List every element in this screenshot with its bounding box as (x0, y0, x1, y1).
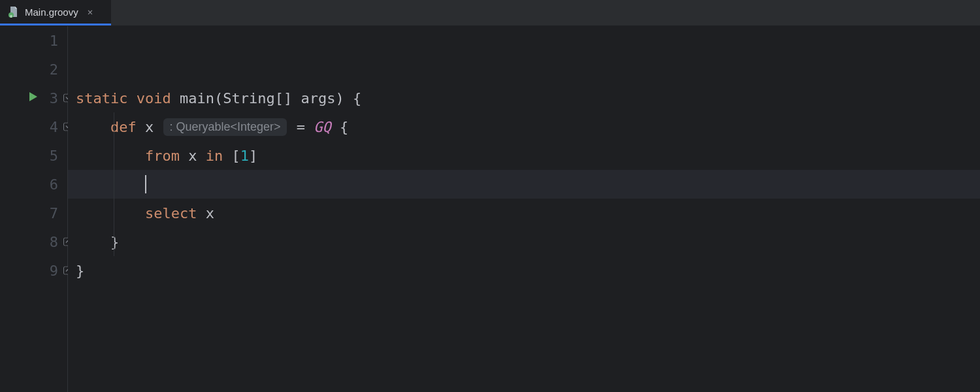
code-line-current[interactable] (68, 170, 980, 199)
keyword-void: void (137, 90, 171, 106)
code-line[interactable]: } (68, 227, 980, 256)
var: x (206, 205, 214, 221)
editor-gutter[interactable]: 1 2 3 4 5 6 7 8 9 (0, 26, 68, 392)
var: x (137, 119, 154, 135)
indent-guide (114, 227, 114, 256)
svg-text:g: g (10, 14, 12, 18)
paren: ) (335, 90, 344, 106)
line-number: 2 (39, 61, 58, 78)
line-number: 7 (39, 205, 58, 221)
equals: = (288, 119, 314, 135)
bracket: [ (231, 148, 240, 164)
line-number: 4 (39, 119, 58, 135)
line-number: 9 (39, 263, 58, 279)
line-number: 1 (39, 33, 58, 49)
code-line[interactable]: from x in [1] (68, 141, 980, 170)
groovy-file-icon: g (8, 6, 20, 18)
keyword-from: from (145, 148, 180, 164)
brace: } (76, 263, 84, 279)
code-line[interactable]: def x : Queryable<Integer> = GQ { (68, 112, 980, 141)
file-tab-label: Main.groovy (25, 7, 78, 18)
line-number: 5 (39, 148, 58, 164)
arg: args (292, 90, 335, 106)
brace: } (110, 234, 119, 250)
fn-name: main (180, 90, 214, 106)
inlay-type-hint[interactable]: : Queryable<Integer> (163, 118, 286, 136)
keyword-static: static (76, 90, 127, 106)
text-caret (145, 175, 146, 193)
code-editor: 1 2 3 4 5 6 7 8 9 (0, 26, 980, 392)
var: x (188, 148, 197, 164)
code-line[interactable]: select x (68, 199, 980, 227)
number-literal: 1 (240, 148, 249, 164)
file-tab[interactable]: g Main.groovy ✕ (0, 0, 111, 25)
brackets: [] (275, 90, 293, 106)
indent-guide (114, 170, 114, 199)
keyword-select: select (145, 205, 197, 221)
indent-guide (114, 141, 114, 170)
line-number: 6 (39, 176, 58, 193)
line-number: 8 (39, 234, 58, 250)
run-gutter-icon[interactable] (29, 91, 38, 105)
type: String (223, 90, 274, 106)
editor-tabbar: g Main.groovy ✕ (0, 0, 980, 26)
paren: ( (214, 90, 223, 106)
keyword-in: in (206, 148, 223, 164)
code-line[interactable]: } (68, 256, 980, 285)
close-icon[interactable]: ✕ (88, 7, 93, 17)
brace: { (344, 90, 362, 106)
code-area[interactable]: static void main(String[] args) { def x … (68, 26, 980, 392)
indent-guide (114, 112, 114, 141)
line-number: 3 (39, 90, 58, 106)
gq-identifier: GQ (314, 119, 331, 135)
brace: { (331, 119, 349, 135)
bracket: ] (249, 148, 257, 164)
code-line[interactable] (68, 55, 980, 84)
code-line[interactable] (68, 26, 980, 55)
code-line[interactable]: static void main(String[] args) { (68, 84, 980, 112)
indent-guide (114, 199, 114, 227)
